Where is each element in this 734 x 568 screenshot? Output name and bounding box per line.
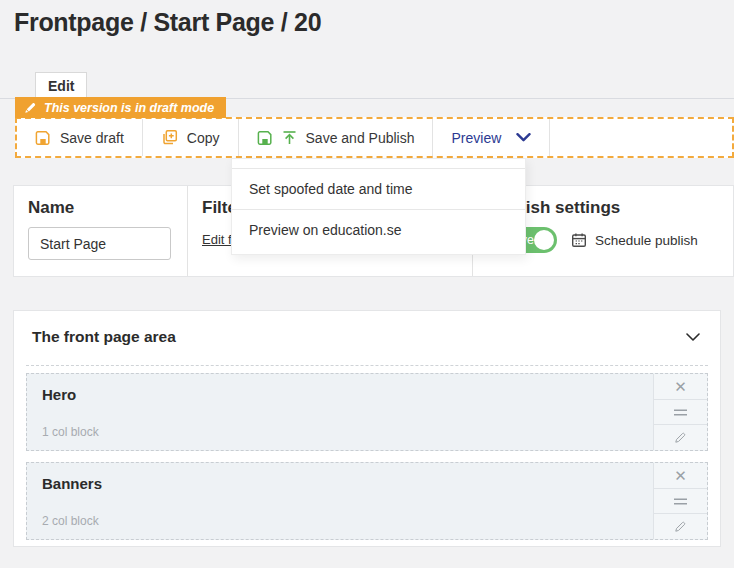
save-and-publish-label: Save and Publish bbox=[306, 130, 415, 146]
tab-edit[interactable]: Edit bbox=[35, 72, 87, 99]
front-page-area-header[interactable]: The front page area bbox=[14, 311, 720, 359]
menu-item-set-spoofed-date[interactable]: Set spoofed date and time bbox=[232, 168, 525, 209]
collapse-chevron-icon[interactable] bbox=[686, 333, 700, 341]
draft-banner-text: This version is in draft mode bbox=[44, 101, 214, 115]
copy-label: Copy bbox=[187, 130, 220, 146]
preview-dropdown-button[interactable]: Preview bbox=[433, 119, 550, 156]
block-hero[interactable]: Hero 1 col block ✕ bbox=[26, 373, 708, 451]
menu-item-preview-on-site[interactable]: Preview on education.se bbox=[232, 209, 525, 250]
block-actions: ✕ bbox=[653, 463, 707, 539]
drag-handle-icon bbox=[673, 498, 688, 505]
schedule-publish-button[interactable]: Schedule publish bbox=[571, 232, 698, 248]
preview-menu: Set spoofed date and time Preview on edu… bbox=[231, 158, 526, 255]
block-actions: ✕ bbox=[653, 374, 707, 450]
copy-button[interactable]: Copy bbox=[143, 119, 239, 156]
drag-handle[interactable] bbox=[654, 399, 707, 425]
drag-handle[interactable] bbox=[654, 488, 707, 514]
edit-block-button[interactable] bbox=[654, 513, 707, 539]
name-label: Name bbox=[28, 198, 173, 218]
front-page-area-card: The front page area Hero 1 col block ✕ B… bbox=[13, 310, 721, 547]
save-icon-green bbox=[257, 130, 273, 146]
toolbar-spacer bbox=[550, 119, 732, 156]
block-banners[interactable]: Banners 2 col block ✕ bbox=[26, 462, 708, 540]
drag-handle-icon bbox=[673, 409, 688, 416]
save-draft-label: Save draft bbox=[60, 130, 124, 146]
copy-icon bbox=[161, 129, 178, 146]
publish-upload-icon bbox=[282, 130, 297, 146]
calendar-icon bbox=[571, 232, 587, 248]
name-section: Name bbox=[14, 186, 187, 276]
close-icon: ✕ bbox=[674, 379, 687, 394]
edit-pencil-icon bbox=[674, 520, 687, 533]
toggle-knob bbox=[534, 230, 554, 250]
front-page-area-body: Hero 1 col block ✕ Banners 2 col block ✕ bbox=[14, 359, 720, 550]
block-title: Banners bbox=[42, 475, 102, 492]
draft-mode-banner: This version is in draft mode bbox=[15, 97, 226, 118]
block-title: Hero bbox=[42, 386, 76, 403]
toolbar: Save draft Copy Save and Publish Preview bbox=[15, 117, 734, 158]
save-and-publish-button[interactable]: Save and Publish bbox=[239, 119, 434, 156]
block-type: 1 col block bbox=[42, 425, 99, 439]
schedule-publish-label: Schedule publish bbox=[595, 233, 698, 248]
close-icon: ✕ bbox=[674, 468, 687, 483]
front-page-area-title: The front page area bbox=[32, 328, 176, 346]
remove-block-button[interactable]: ✕ bbox=[654, 374, 707, 399]
block-type: 2 col block bbox=[42, 514, 99, 528]
dropzone-divider bbox=[26, 365, 708, 366]
preview-label: Preview bbox=[451, 130, 501, 146]
edit-pencil-icon bbox=[674, 431, 687, 444]
save-draft-button[interactable]: Save draft bbox=[17, 119, 143, 156]
pencil-icon bbox=[24, 101, 37, 114]
chevron-down-icon bbox=[516, 133, 531, 142]
page-title: Frontpage / Start Page / 20 bbox=[14, 8, 321, 37]
remove-block-button[interactable]: ✕ bbox=[654, 463, 707, 488]
name-input[interactable] bbox=[28, 227, 171, 260]
save-icon bbox=[35, 130, 51, 146]
edit-block-button[interactable] bbox=[654, 424, 707, 450]
